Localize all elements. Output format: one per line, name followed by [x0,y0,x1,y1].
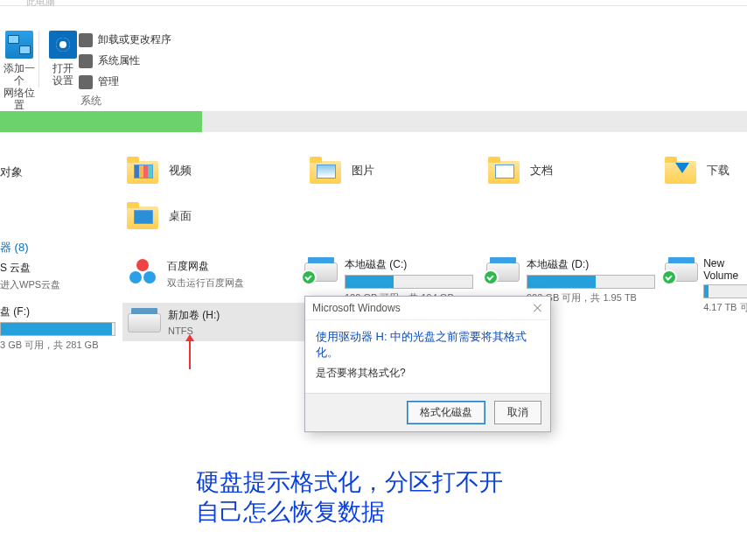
drive-new-volume-h[interactable]: 新加卷 (H:) NTFS [122,303,325,341]
capacity-bar [703,284,747,298]
drive-name: 百度网盘 [167,259,244,274]
close-icon[interactable] [533,303,543,313]
check-badge-icon [661,270,677,285]
manage-icon [79,75,93,89]
capacity-bar [345,275,473,289]
folder-icon [665,158,696,184]
dialog-titlebar[interactable]: Microsoft Windows [305,297,550,320]
dialog-question: 是否要将其格式化? [305,366,550,393]
folder-downloads[interactable]: 下载 [665,158,730,184]
add-network-location-button[interactable]: 添加一个 网络位置 [0,31,38,111]
open-settings-label: 打开 设置 [44,62,82,87]
explorer-window: 此电脑 添加一个 网络位置 打开 设置 卸载或更改程序 系统属性 管理 系统 [0,0,747,560]
hdd-icon [486,257,518,282]
folder-label: 视频 [169,163,192,178]
folder-3d-objects[interactable]: 对象 [0,164,23,180]
progress-fill [0,111,202,132]
system-properties-button[interactable]: 系统属性 [79,53,140,68]
drive-name: New Volume [703,257,747,282]
address-progress-bar[interactable] [0,111,747,132]
folder-pictures[interactable]: 图片 [310,158,374,184]
drive-wps-cloud[interactable]: S 云盘 进入WPS云盘 [0,261,60,291]
folder-icon [488,158,520,184]
folder-label: 对象 [0,164,23,180]
drive-name: 盘 (F:) [0,304,115,319]
folder-label: 桌面 [169,208,192,224]
drive-new-volume[interactable]: New Volume 4.17 TB 可用 [665,257,747,314]
format-dialog: Microsoft Windows 使用驱动器 H: 中的光盘之前需要将其格式化… [304,296,551,432]
folder-desktop[interactable]: 桌面 [127,203,192,229]
system-properties-icon [79,54,93,68]
network-location-icon [5,31,33,59]
check-badge-icon [301,270,317,285]
gear-icon [49,31,77,59]
ribbon-group-label: 系统 [80,94,101,108]
uninstall-program-button[interactable]: 卸载或更改程序 [79,32,171,47]
capacity-bar [527,275,655,289]
dialog-button-row: 格式化磁盘 取消 [305,393,550,431]
drive-name: S 云盘 [0,261,60,276]
manage-label: 管理 [98,74,119,89]
drive-name: 本地磁盘 (D:) [527,257,655,272]
drive-sub: 进入WPS云盘 [0,278,60,291]
annotation-caption: 硬盘提示格式化，分区打不开 自己怎么恢复数据 [196,467,503,527]
annotation-arrow-icon [189,340,191,369]
manage-button[interactable]: 管理 [79,74,119,89]
drive-local-f[interactable]: 盘 (F:) 3 GB 可用，共 281 GB [0,304,115,352]
folder-documents[interactable]: 文档 [488,158,553,184]
drives-section-header[interactable]: 器 (8) [0,240,29,256]
folder-icon [127,203,158,229]
drive-sub: 3 GB 可用，共 281 GB [0,339,115,352]
cancel-button[interactable]: 取消 [494,401,541,424]
system-properties-label: 系统属性 [98,53,140,68]
drive-baidu-netdisk[interactable]: 百度网盘 双击运行百度网盘 [127,259,244,290]
folder-label: 文档 [530,163,553,178]
titlebar: 此电脑 [0,0,747,6]
hdd-icon [665,257,695,282]
folder-videos[interactable]: 视频 [127,158,192,184]
baidu-icon [127,259,158,285]
ribbon: 添加一个 网络位置 打开 设置 卸载或更改程序 系统属性 管理 系统 [0,6,747,111]
folder-icon [127,158,158,184]
drive-sub: 双击运行百度网盘 [167,276,244,290]
check-badge-icon [483,270,499,285]
drive-name: 新加卷 (H:) [168,308,220,323]
uninstall-label: 卸载或更改程序 [98,32,171,47]
folder-label: 图片 [352,163,374,178]
add-network-location-label: 添加一个 网络位置 [0,62,38,111]
capacity-bar [0,322,115,336]
folder-icon [310,158,341,184]
open-settings-button[interactable]: 打开 设置 [44,31,82,87]
folder-label: 下载 [707,163,730,178]
ribbon-separator [38,31,39,88]
drive-name: 本地磁盘 (C:) [345,257,473,272]
dialog-message: 使用驱动器 H: 中的光盘之前需要将其格式化。 [305,320,550,366]
uninstall-icon [79,33,93,47]
dialog-title: Microsoft Windows [312,302,401,314]
format-disk-button[interactable]: 格式化磁盘 [407,401,485,424]
hdd-icon [304,257,336,282]
hdd-icon [128,308,159,332]
drive-sub: 4.17 TB 可用 [703,301,747,314]
